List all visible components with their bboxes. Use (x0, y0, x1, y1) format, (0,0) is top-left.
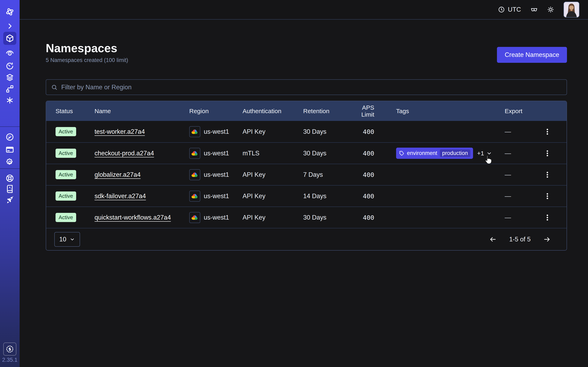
column-header-tags: Tags (396, 108, 505, 115)
status-badge: Active (56, 170, 76, 179)
retention-cell: 14 Days (303, 192, 350, 200)
retention-cell: 30 Days (303, 150, 350, 157)
sidebar-item-usage[interactable] (3, 131, 16, 143)
sidebar-item-settings[interactable] (3, 156, 16, 169)
region-cell: us-west1 (189, 148, 242, 159)
sidebar-item-get-started[interactable] (3, 193, 16, 206)
sidebar-divider (0, 168, 20, 169)
export-value: — (505, 150, 511, 157)
sidebar-item-monitor[interactable] (3, 47, 16, 59)
eye-icon (5, 49, 14, 58)
svg-text:$: $ (8, 347, 11, 351)
google-cloud-icon (189, 148, 200, 159)
tag-key: environment (407, 150, 437, 156)
export-cell: — (505, 128, 567, 136)
money-badge-icon: $ (6, 345, 14, 353)
row-menu-button[interactable] (543, 192, 552, 200)
region-label: us-west1 (204, 150, 229, 157)
filter-input[interactable] (61, 83, 562, 91)
name-cell: checkout-prod.a27a4 (95, 150, 189, 157)
namespace-link[interactable]: globalizer.a27a4 (95, 171, 141, 178)
status-cell: Active (46, 170, 95, 179)
credit-card-icon (5, 145, 14, 154)
chevron-down-icon (486, 150, 492, 156)
export-cell: — (505, 171, 567, 179)
namespace-link[interactable]: checkout-prod.a27a4 (95, 150, 154, 157)
kebab-menu-icon (543, 192, 552, 200)
auth-cell: API Key (242, 171, 303, 178)
credits-badge-button[interactable]: $ (3, 342, 16, 356)
region-cell: us-west1 (189, 212, 242, 223)
chevron-right-icon (6, 22, 14, 30)
export-cell: — (505, 213, 567, 222)
namespace-link[interactable]: quickstart-workflows.a27a4 (95, 214, 171, 221)
status-cell: Active (46, 149, 95, 158)
export-value: — (505, 214, 511, 221)
row-menu-button[interactable] (543, 213, 552, 222)
name-cell: test-worker.a27a4 (95, 128, 189, 135)
rocket-icon (5, 195, 14, 204)
table-row: Active checkout-prod.a27a4 us-west1 mTLS (46, 142, 567, 164)
create-namespace-button[interactable]: Create Namespace (497, 47, 567, 63)
sidebar-item-namespaces[interactable] (3, 32, 16, 45)
region-label: us-west1 (204, 192, 229, 200)
sidebar: $ 2.35.1 (0, 0, 20, 367)
retention-cell: 7 Days (303, 171, 350, 178)
sidebar-item-billing[interactable] (3, 143, 16, 156)
kebab-menu-icon (543, 128, 552, 136)
page-size-select[interactable]: 10 (54, 232, 80, 247)
namespace-link[interactable]: sdk-failover.a27a4 (95, 192, 146, 200)
filter-container (46, 79, 567, 95)
column-header-name: Name (95, 108, 189, 115)
workflow-graph-icon (5, 84, 14, 93)
kebab-menu-icon (543, 149, 552, 157)
sidebar-item-nexus[interactable] (3, 82, 16, 95)
aps-limit-cell: 400 (350, 150, 396, 157)
aps-limit-cell: 400 (350, 214, 396, 221)
row-menu-button[interactable] (543, 171, 552, 179)
sidebar-item-history[interactable] (3, 59, 16, 73)
export-cell: — (505, 192, 567, 200)
aps-limit-cell: 400 (350, 171, 396, 178)
table-row: Active test-worker.a27a4 us-west1 API Ke… (46, 121, 567, 142)
google-cloud-icon (189, 169, 200, 180)
temporal-logo-icon (3, 5, 16, 18)
name-cell: sdk-failover.a27a4 (95, 192, 189, 200)
row-menu-button[interactable] (543, 128, 552, 136)
kebab-menu-icon (543, 213, 552, 222)
sidebar-expand-button[interactable] (3, 20, 16, 33)
labs-toggle-button[interactable] (530, 6, 538, 13)
tag-pill[interactable]: environment production (396, 148, 473, 159)
tag-icon (399, 150, 405, 156)
tags-more-count: +1 (477, 150, 484, 157)
book-sparkles-icon (6, 184, 14, 193)
google-cloud-icon (189, 191, 200, 202)
status-badge: Active (56, 127, 76, 136)
export-value: — (505, 171, 511, 178)
theme-toggle-button[interactable] (547, 6, 554, 13)
column-header-export: Export (505, 108, 567, 115)
column-header-retention: Retention (303, 108, 350, 115)
sidebar-item-deployments[interactable] (3, 71, 16, 84)
arrow-right-icon (543, 236, 551, 243)
status-cell: Active (46, 213, 95, 222)
tags-expand-button[interactable]: +1 (477, 150, 492, 157)
table-row: Active sdk-failover.a27a4 us-west1 API K… (46, 185, 567, 207)
auth-cell: mTLS (242, 150, 303, 157)
export-cell: — (505, 149, 567, 157)
gauge-icon (5, 133, 14, 142)
namespace-link[interactable]: test-worker.a27a4 (95, 128, 145, 135)
column-header-region: Region (189, 108, 242, 115)
previous-page-button[interactable] (488, 234, 498, 244)
status-badge: Active (56, 149, 76, 158)
glasses-icon (530, 6, 538, 13)
timezone-selector[interactable]: UTC (498, 6, 521, 13)
next-page-button[interactable] (542, 234, 552, 244)
user-avatar[interactable] (563, 2, 579, 17)
region-cell: us-west1 (189, 169, 242, 180)
timezone-label: UTC (508, 6, 521, 13)
namespace-count: 5 Namespaces created (100 limit) (46, 57, 128, 63)
search-icon (51, 84, 58, 91)
row-menu-button[interactable] (543, 149, 552, 157)
sidebar-item-services[interactable] (3, 94, 16, 107)
